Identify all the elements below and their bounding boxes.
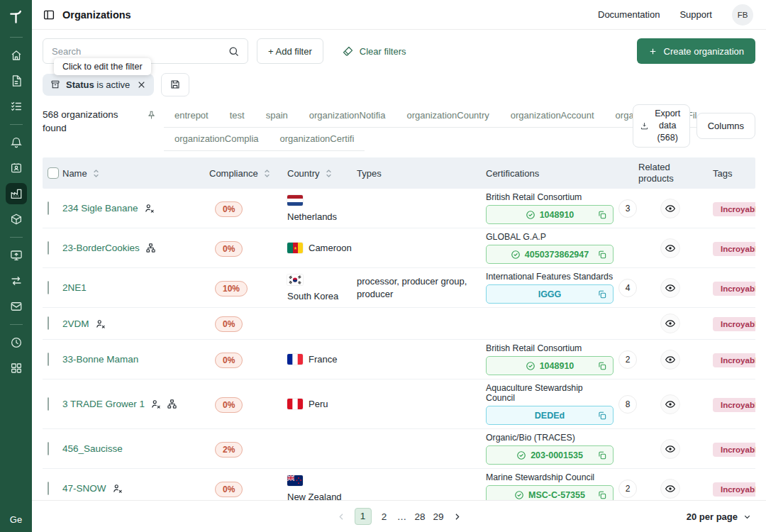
copy-icon[interactable] <box>597 411 607 421</box>
org-name-link[interactable]: 3 TRADE Grower 1 <box>62 399 145 409</box>
id-card-icon <box>10 162 23 174</box>
sidebar-item-tasks[interactable] <box>6 96 27 117</box>
row-checkbox[interactable] <box>48 353 49 366</box>
page-number[interactable]: 1 <box>354 508 371 525</box>
panel-toggle-icon[interactable] <box>43 9 55 21</box>
sidebar-item-publish[interactable] <box>6 245 27 266</box>
row-checkbox[interactable] <box>48 397 49 411</box>
view-button[interactable] <box>660 314 680 333</box>
topbar-right: Documentation Support FB <box>598 4 753 26</box>
org-name-cell: 33-Bonne Maman <box>62 354 209 365</box>
search-icon[interactable] <box>228 45 240 57</box>
page-number[interactable]: 2 <box>379 511 389 522</box>
sidebar-item-contacts[interactable] <box>6 157 27 179</box>
tags-cell: Incroyable <box>693 282 755 294</box>
sitemap-icon <box>167 399 177 409</box>
columns-button[interactable]: Columns <box>696 113 755 139</box>
copy-icon[interactable] <box>597 250 607 260</box>
search-input[interactable] <box>52 46 228 57</box>
sidebar-item-products[interactable] <box>6 209 27 230</box>
tag-tab[interactable]: organizationComplia <box>164 128 270 150</box>
sort-icon[interactable] <box>264 168 270 179</box>
arrows-swap-icon <box>10 275 23 287</box>
documentation-link[interactable]: Documentation <box>598 9 660 20</box>
sidebar-bottom-label[interactable]: Ge <box>10 514 22 525</box>
sort-icon[interactable] <box>326 168 332 179</box>
user-avatar[interactable]: FB <box>732 4 753 26</box>
prev-page-icon[interactable] <box>335 511 346 522</box>
copy-icon[interactable] <box>597 289 607 299</box>
sort-icon[interactable] <box>93 168 99 179</box>
org-tag-badge: Incroyable <box>713 353 755 367</box>
row-checkbox[interactable] <box>48 442 49 455</box>
row-checkbox[interactable] <box>48 241 49 255</box>
page-list: 12…2829 <box>354 508 443 525</box>
view-button[interactable] <box>660 350 680 370</box>
tag-tab[interactable]: organizationCertifi <box>270 128 365 150</box>
row-checkbox[interactable] <box>48 281 49 294</box>
copy-icon[interactable] <box>597 450 607 460</box>
view-button[interactable] <box>660 278 680 298</box>
page-number[interactable]: 28 <box>414 511 425 522</box>
add-filter-button[interactable]: + Add filter <box>257 38 323 64</box>
view-button[interactable] <box>660 238 680 258</box>
app-logo-icon[interactable] <box>6 6 27 28</box>
sidebar-item-transfers[interactable] <box>6 270 27 292</box>
sidebar-item-notifications[interactable] <box>6 132 27 153</box>
certification-cell: British Retail Consortium1048910 <box>486 192 618 224</box>
tag-tab[interactable]: entrepot <box>164 104 219 127</box>
tag-tab[interactable]: organizationCountry <box>396 104 499 127</box>
sidebar-item-organizations[interactable] <box>6 183 27 204</box>
row-checkbox[interactable] <box>48 201 49 215</box>
org-tag-badge: Incroyable <box>713 242 755 256</box>
view-button[interactable] <box>660 199 680 218</box>
save-filter-button[interactable] <box>161 73 189 96</box>
org-name-link[interactable]: 33-Bonne Maman <box>62 354 138 365</box>
page-number[interactable]: 29 <box>433 511 444 522</box>
eye-icon <box>665 318 676 329</box>
tag-tab[interactable]: organizationNotifia <box>299 104 396 127</box>
pin-icon[interactable] <box>146 110 157 123</box>
org-name-link[interactable]: 456_Saucisse <box>62 443 123 454</box>
table-body: 234 Sigle Banane0%NetherlandsBritish Ret… <box>43 189 755 500</box>
sidebar-item-history[interactable] <box>6 332 27 353</box>
support-link[interactable]: Support <box>679 9 712 20</box>
copy-icon[interactable] <box>597 210 607 220</box>
select-all-checkbox[interactable] <box>48 167 59 179</box>
sidebar-nav <box>6 43 27 381</box>
sidebar-item-home[interactable] <box>6 45 27 66</box>
page-title: Organizations <box>62 9 131 21</box>
org-country: New Zealand <box>287 475 357 501</box>
row-checkbox[interactable] <box>48 482 49 495</box>
copy-icon[interactable] <box>597 361 607 371</box>
remove-filter-icon[interactable] <box>137 80 146 89</box>
export-data-button[interactable]: Export data (568) <box>633 104 690 148</box>
org-name-link[interactable]: 2VDM <box>62 318 89 329</box>
check-circle-icon <box>516 450 526 460</box>
create-organization-button[interactable]: Create organization <box>637 38 755 64</box>
view-button[interactable] <box>660 394 680 414</box>
row-checkbox[interactable] <box>48 316 49 330</box>
certification-name: Organic/Bio (TRACES) <box>486 433 614 443</box>
per-page-select[interactable]: 20 per page <box>687 511 752 522</box>
org-name-link[interactable]: 23-BorderCookies <box>62 243 140 253</box>
sidebar-item-apps[interactable] <box>6 358 27 379</box>
per-page-label: 20 per page <box>687 511 738 522</box>
clear-filters-button[interactable]: Clear filters <box>342 45 406 57</box>
view-button[interactable] <box>660 479 680 499</box>
download-icon <box>640 121 649 131</box>
sidebar-item-messages[interactable] <box>6 296 27 317</box>
next-page-icon[interactable] <box>452 511 462 522</box>
copy-icon[interactable] <box>597 490 607 500</box>
tag-tab[interactable]: test <box>219 104 255 127</box>
tag-tab[interactable]: organizationAccount <box>500 104 605 127</box>
org-name-link[interactable]: 234 Sigle Banane <box>62 203 138 214</box>
org-name-link[interactable]: 47-SNOW <box>62 483 106 494</box>
org-name-link[interactable]: 2NE1 <box>62 282 87 293</box>
sidebar-item-documents[interactable] <box>6 70 27 92</box>
factory-icon <box>10 187 23 200</box>
status-filter-chip[interactable]: Status is active <box>43 74 154 96</box>
org-name-cell: 456_Saucisse <box>62 443 209 454</box>
view-button[interactable] <box>660 439 680 459</box>
tag-tab[interactable]: spain <box>255 104 299 127</box>
